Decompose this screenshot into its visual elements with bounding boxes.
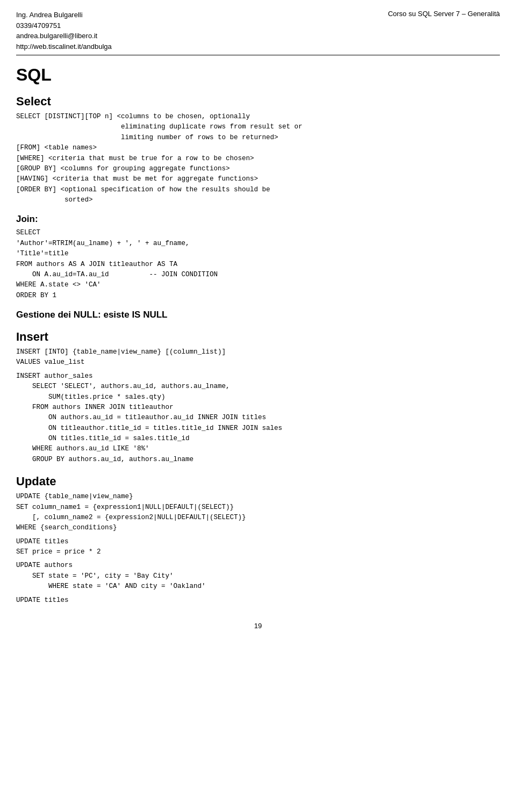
section-null-title: Gestione dei NULL: esiste IS NULL [16, 310, 500, 320]
page-footer: 19 [16, 622, 500, 630]
select-syntax-code: SELECT [DISTINCT][TOP n] <columns to be … [16, 112, 500, 205]
section-join-title: Join: [16, 214, 500, 225]
header-course: Corso su SQL Server 7 – Generalità [388, 10, 500, 18]
header-email-link[interactable]: andrea.bulgarelli@libero.it [16, 32, 97, 40]
header-name: Ing. Andrea Bulgarelli [16, 10, 112, 20]
main-content: SQL Select SELECT [DISTINCT][TOP n] <col… [0, 55, 516, 646]
header-website: http://web.tiscalinet.it/andbulga [16, 41, 112, 52]
header-website-link[interactable]: http://web.tiscalinet.it/andbulga [16, 42, 112, 51]
join-code: SELECT 'Author'=RTRIM(au_lname) + ', ' +… [16, 228, 500, 301]
insert-example-code: INSERT author_sales SELECT 'SELECT', aut… [16, 371, 500, 465]
update-example3-code: UPDATE titles [16, 595, 500, 606]
header-contact: Ing. Andrea Bulgarelli 0339/4709751 andr… [16, 10, 112, 52]
header-phone: 0339/4709751 [16, 20, 112, 31]
page-header: Ing. Andrea Bulgarelli 0339/4709751 andr… [0, 0, 516, 55]
section-update-title: Update [16, 475, 500, 488]
page-title: SQL [16, 65, 500, 85]
header-email: andrea.bulgarelli@libero.it [16, 31, 112, 41]
update-syntax-code: UPDATE {table_name|view_name} SET column… [16, 492, 500, 534]
section-select-title: Select [16, 95, 500, 109]
page-number: 19 [254, 622, 262, 630]
section-insert-title: Insert [16, 330, 500, 344]
update-example1-code: UPDATE titles SET price = price * 2 [16, 537, 500, 558]
insert-syntax-code: INSERT [INTO] {table_name|view_name} [(c… [16, 347, 500, 368]
update-example2-code: UPDATE authors SET state = 'PC', city = … [16, 561, 500, 592]
